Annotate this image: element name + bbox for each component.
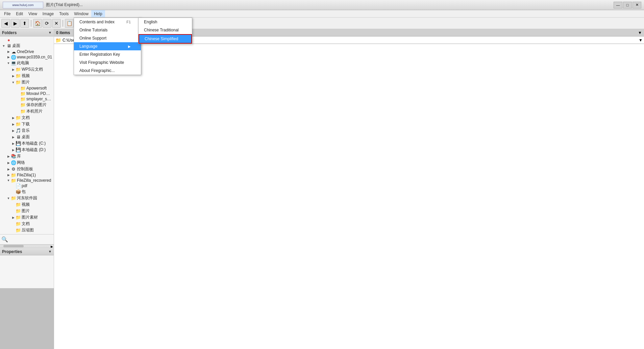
menu-item-website[interactable]: Visit Firegraphic Website [74,58,141,67]
sidebar: Folders ▼ ● ▼ 🖥 桌面 ▶ ☁ [0,29,54,248]
list-item[interactable]: ▼ 📁 FileZilla_recovered [0,178,54,183]
tree-item-label: Apowersoft [26,86,47,91]
list-item[interactable]: ▶ 💾 本地磁盘 (C:) [0,140,54,147]
list-item[interactable]: 📁 压缩图 [0,227,54,233]
path-dropdown-icon[interactable]: ▼ [639,38,643,43]
expand-icon: ▶ [6,173,11,177]
expand-icon [11,202,16,207]
expand-icon [11,209,16,214]
list-item[interactable]: 📁 文档 [0,221,54,227]
scroll-right-btn[interactable]: ▶ [50,245,54,248]
list-item[interactable]: ▶ ☁ OneDrive [0,49,54,54]
list-item[interactable]: ▶ 🌐 www.pc0359.cn_01 [0,54,54,60]
list-item[interactable]: ▶ 🎵 音乐 [0,127,54,134]
title-bar: www.hulurj.com 图片(Trial Expired)... — □ … [0,0,644,10]
lang-item-english[interactable]: English [139,18,192,26]
toolbar-stop[interactable]: ✕ [52,19,61,28]
list-item[interactable]: ▶ ⚙ 控制面板 [0,166,54,172]
list-item[interactable]: ▶ 🌐 网络 [0,159,54,166]
folder-icon: 📁 [16,202,21,207]
lang-item-chinese-traditional[interactable]: Chinese Traditional [139,26,192,34]
toolbar-up[interactable]: ⬆ [20,19,29,28]
menu-image[interactable]: Image [40,10,56,17]
toolbar-forward[interactable]: ▶ [11,19,20,28]
close-button[interactable]: ✕ [633,2,641,8]
list-item[interactable]: ● [0,37,54,43]
list-item[interactable]: 📁 保存的图片 [0,102,54,108]
view-dropdown-icon[interactable]: ▼ [638,30,642,35]
menu-item-about[interactable]: About Firegraphic... [74,67,141,75]
expand-icon: ▼ [6,178,11,183]
support-label: Online Support [79,36,106,41]
list-item[interactable]: 📁 Movavi PDF Edito [0,91,54,96]
expand-icon: ▶ [11,116,16,120]
tree-item-label: 图片 [22,79,30,85]
toolbar-back[interactable]: ◀ [1,19,10,28]
list-item[interactable]: ▼ 📁 图片 [0,79,54,85]
pdf-icon: 📄 [16,183,21,188]
menu-edit[interactable]: Edit [13,10,26,17]
folder-icon: ● [6,38,11,42]
menu-item-support[interactable]: Online Support [74,34,141,42]
list-item[interactable]: 📁 Apowersoft [0,85,54,91]
minimize-button[interactable]: — [614,2,622,8]
expand-icon [11,190,16,194]
list-item[interactable]: ▶ 📁 WPS云文档 [0,66,54,73]
tree-item-label: 图片素材 [22,215,38,220]
menu-view[interactable]: View [26,10,40,17]
expand-icon [16,91,20,96]
window-controls: — □ ✕ [614,2,641,8]
menu-item-language[interactable]: Language ▶ [74,42,141,50]
menu-help[interactable]: Help [91,10,105,17]
expand-icon [16,103,20,107]
list-item[interactable]: 📦 包 [0,189,54,195]
list-item[interactable]: ▶ 📁 视频 [0,73,54,79]
list-item[interactable]: ▼ 🖥 桌面 [0,43,54,49]
folder-icon: 📁 [16,209,21,214]
logo-text: www.hulurj.com [12,3,33,7]
list-item[interactable]: 📁 视频 [0,201,54,208]
list-item[interactable]: ▶ 📁 下载 [0,121,54,127]
folder-icon: 📁 [16,228,21,233]
list-item[interactable]: ▶ 💾 本地磁盘 (D:) [0,147,54,153]
list-item[interactable]: 📁 本机照片 [0,108,54,115]
menu-item-contents-index[interactable]: Contents and Index F1 [74,18,141,26]
list-item[interactable]: 📁 smplayer_screens [0,96,54,102]
list-item[interactable]: 📁 图片 [0,208,54,214]
list-item[interactable]: ▶ 📁 图片素材 [0,214,54,221]
list-item[interactable]: ▶ 📁 文档 [0,115,54,121]
list-item[interactable]: ▼ 📁 河东软件园 [0,195,54,201]
menu-file[interactable]: File [1,10,13,17]
lang-item-chinese-simplified[interactable]: Chinese Simplified [139,34,192,44]
left-panel: Folders ▼ ● ▼ 🖥 桌面 ▶ ☁ [0,29,54,349]
menu-window[interactable]: Window [71,10,91,17]
expand-icon: ▶ [6,49,11,54]
tutorials-label: Online Tutorials [79,28,107,32]
toolbar-copy[interactable]: 📋 [65,19,74,28]
menu-tools[interactable]: Tools [56,10,71,17]
list-item[interactable]: 📄 pdf [0,183,54,189]
main-layout: Folders ▼ ● ▼ 🖥 桌面 ▶ ☁ [0,29,644,349]
list-item[interactable]: ▼ 💻 此电脑 [0,60,54,66]
properties-collapse-icon[interactable]: ▼ [48,250,52,253]
expand-icon [16,109,20,114]
list-item[interactable]: ▶ 📁 FileZilla(1) [0,172,54,178]
sidebar-scrollbar[interactable]: ▶ [0,244,54,248]
tree-item-label: 视频 [22,202,30,207]
maximize-button[interactable]: □ [623,2,632,8]
properties-header: Properties ▼ [0,248,54,255]
list-item[interactable]: ▶ 🖥 桌面 [0,134,54,140]
list-item[interactable]: ▶ 📚 库 [0,153,54,159]
toolbar-home[interactable]: 🏠 [33,19,42,28]
toolbar-sep1 [31,20,31,27]
toolbar-refresh[interactable]: ⟳ [43,19,51,28]
menu-item-registration[interactable]: Enter Registration Key [74,50,141,58]
expand-icon: ▼ [11,80,16,85]
sidebar-collapse-icon[interactable]: ▼ [48,31,52,34]
help-menu-dropdown: Contents and Index F1 Online Tutorials O… [74,18,141,75]
menu-item-tutorials[interactable]: Online Tutorials [74,26,141,34]
expand-icon [1,38,6,42]
expand-icon: ▶ [11,74,16,78]
app-logo: www.hulurj.com [3,2,43,8]
search-icon[interactable]: 🔍 [1,236,8,243]
